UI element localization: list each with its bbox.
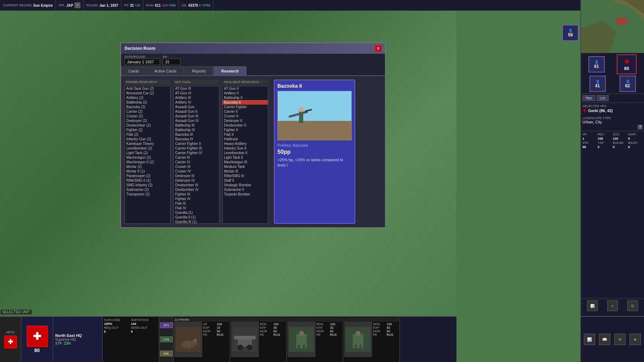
available-list-item[interactable]: Artillery II <box>223 91 268 95</box>
available-list-item[interactable]: Medium Tank <box>223 164 268 169</box>
known-list-item[interactable]: Divebomber (2) <box>125 123 170 128</box>
settings-icon[interactable]: ⚙ <box>627 300 638 311</box>
not-avail-list-item[interactable]: Destroyer III <box>174 174 219 178</box>
known-list[interactable]: Anti-Tank Gun (2)Armoured Car (2)Artille… <box>125 86 171 224</box>
bottom-star-icon[interactable]: ★ <box>629 334 641 345</box>
not-avail-list-item[interactable]: Carrier III <box>174 155 219 160</box>
chart-icon[interactable]: 📊 <box>587 300 598 311</box>
not-avail-list-item[interactable]: Assault Gun II <box>174 109 219 114</box>
not-avail-list-item[interactable]: Battleship IV <box>174 128 219 132</box>
not-avail-list-item[interactable]: Battleship III <box>174 123 219 128</box>
not-avail-list-item[interactable]: Assault Gun III <box>174 114 219 118</box>
available-list-item[interactable]: Machinegun III <box>223 160 268 164</box>
not-avail-list-item[interactable]: Assault Gun <box>174 105 219 109</box>
not-avail-list-item[interactable]: Destroyer IV <box>174 178 219 183</box>
not-avail-list-item[interactable]: Carrier Fighter II <box>174 141 219 146</box>
known-list-item[interactable]: Fighter (2) <box>125 128 170 132</box>
not-avail-list-item[interactable]: Guerilla III (1) <box>174 220 219 224</box>
sfs-button[interactable]: SFs <box>160 322 173 328</box>
available-list-item[interactable]: Bazooka II <box>223 100 268 105</box>
available-list-item[interactable]: Levelbomber II <box>223 151 268 155</box>
unit-59[interactable]: 👤 59 <box>562 25 579 41</box>
available-list-item[interactable]: Infantry Gun II <box>223 146 268 151</box>
available-list-item[interactable]: Fighter II <box>223 128 268 132</box>
hex-button[interactable]: Hex <box>582 95 595 101</box>
known-list-item[interactable]: Infantry Gun (2) <box>125 137 170 141</box>
known-list-item[interactable]: Cruiser (2) <box>125 114 170 118</box>
not-avail-list[interactable]: AT-Gun IIIAT-Gun IVArtillery IIIArtiller… <box>173 86 219 224</box>
bottom-book-icon[interactable]: 📖 <box>599 334 610 345</box>
landscape-query-button[interactable]: ? <box>638 125 643 129</box>
not-avail-list-item[interactable]: Fighter III <box>174 192 219 197</box>
known-list-item[interactable]: Carrier (2) <box>125 109 170 114</box>
available-list-item[interactable]: Mortar III <box>223 169 268 174</box>
available-list-item[interactable]: Carrier Fighter <box>223 105 268 109</box>
available-list-item[interactable]: Light Tank II <box>223 155 268 160</box>
available-list-item[interactable]: Flak II <box>223 132 268 137</box>
list-icon[interactable]: ≡ <box>607 300 618 311</box>
available-list-item[interactable]: Torpedo Bomber <box>223 192 268 197</box>
available-list-item[interactable]: Divebomber II <box>223 123 268 128</box>
available-list-item[interactable]: Halftrack <box>223 137 268 141</box>
dialog-close-button[interactable]: X <box>375 45 381 52</box>
not-avail-list-item[interactable]: Bazooka III <box>174 132 219 137</box>
not-avail-list-item[interactable]: Artillery III <box>174 95 219 100</box>
not-avail-list-item[interactable]: Guerilla (1) <box>174 210 219 215</box>
bottom-chart-icon[interactable]: 📊 <box>584 334 595 345</box>
log-button[interactable]: LOG <box>160 337 173 342</box>
not-avail-list-item[interactable]: Carrier IV <box>174 160 219 164</box>
known-list-item[interactable]: Rifle/SMG II (1) <box>125 178 170 183</box>
known-list-item[interactable]: Machinegun II (2) <box>125 160 170 164</box>
available-list-item[interactable]: Submarine II <box>223 187 268 192</box>
not-avail-list-item[interactable]: Assault Gun IV <box>174 118 219 123</box>
available-list-item[interactable]: Strategic Bomber <box>223 183 268 187</box>
available-list-item[interactable]: Rifle/SMG III <box>223 174 268 178</box>
available-list-item[interactable]: Staff II <box>223 178 268 183</box>
not-avail-list-item[interactable]: Bazooka IV <box>174 137 219 141</box>
not-avail-list-item[interactable]: Carrier Fighter III <box>174 146 219 151</box>
known-list-item[interactable]: Anti-Tank Gun (2) <box>125 86 170 91</box>
tab-cards[interactable]: Cards <box>121 66 146 75</box>
known-list-item[interactable]: Flak (2) <box>125 132 170 137</box>
known-list-item[interactable]: Armoured Car (2) <box>125 91 170 95</box>
known-list-item[interactable]: SMG Infantry (2) <box>125 183 170 187</box>
not-avail-list-item[interactable]: Guerilla II (1) <box>174 215 219 220</box>
loc-button[interactable]: Loc <box>597 95 609 101</box>
tab-reports[interactable]: Reports <box>185 66 213 75</box>
known-list-item[interactable]: Artillery (2) <box>125 95 170 100</box>
not-avail-list-item[interactable]: Flak IV <box>174 206 219 210</box>
available-list-item[interactable]: Battleship II <box>223 95 268 100</box>
not-avail-list-item[interactable]: AT-Gun III <box>174 86 219 91</box>
available-list-item[interactable]: Cruiser II <box>223 114 268 118</box>
known-list-item[interactable]: Destroyer (2) <box>125 118 170 123</box>
known-list-item[interactable]: Paratrooper (2) <box>125 174 170 178</box>
known-list-item[interactable]: Levelbomber (2) <box>125 146 170 151</box>
not-avail-list-item[interactable]: Cruiser IV <box>174 169 219 174</box>
unit-61[interactable]: 👤 61 <box>588 56 605 72</box>
anl-button[interactable]: ANL <box>160 351 173 356</box>
known-list-item[interactable]: Submarine (2) <box>125 187 170 192</box>
available-list-item[interactable]: Carrier II <box>223 109 268 114</box>
not-avail-list-item[interactable]: Fighter IV <box>174 197 219 201</box>
not-avail-list-item[interactable]: Divebomber III <box>174 183 219 187</box>
known-list-item[interactable]: Battleship (2) <box>125 100 170 105</box>
unit-62[interactable]: 👤 62 <box>620 76 636 92</box>
tab-active-cards[interactable]: Active Cards <box>147 66 184 75</box>
known-list-item[interactable]: Kamikaze Theory <box>125 141 170 146</box>
known-list-item[interactable]: Machinegun (2) <box>125 155 170 160</box>
minimap[interactable] <box>581 0 644 53</box>
known-list-item[interactable]: Transporter (2) <box>125 192 170 197</box>
available-list-item[interactable]: Heavy Artillery <box>223 141 268 146</box>
known-list-item[interactable]: Mortar (2) <box>125 164 170 169</box>
unit-41[interactable]: 👤 41 <box>590 76 606 92</box>
available-list-item[interactable]: Destroyer II <box>223 118 268 123</box>
known-list-item[interactable]: Mortar II (1) <box>125 169 170 174</box>
known-list-item[interactable]: Light Tank (2) <box>125 151 170 155</box>
not-avail-list-item[interactable]: Divebomber IV <box>174 187 219 192</box>
available-list-item[interactable]: AT-Gun II <box>223 86 268 91</box>
tab-research[interactable]: Research <box>214 66 246 75</box>
help-button[interactable]: ? <box>75 2 80 8</box>
bottom-gear-icon[interactable]: ⚙ <box>614 334 626 345</box>
not-avail-list-item[interactable]: Cruiser III <box>174 164 219 169</box>
not-avail-list-item[interactable]: Carrier Fighter IV <box>174 151 219 155</box>
